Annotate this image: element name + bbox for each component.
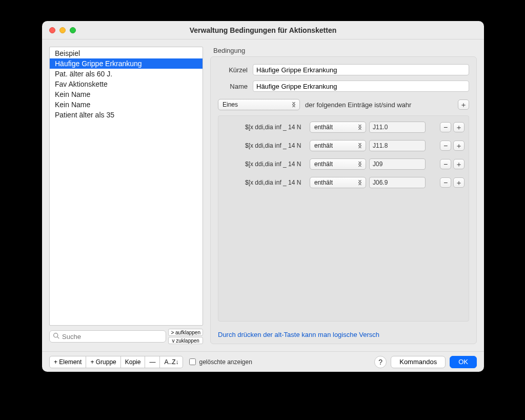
operator-select[interactable]: enthält: [310, 158, 366, 170]
list-item[interactable]: Beispiel: [50, 48, 203, 58]
help-button[interactable]: ?: [374, 356, 387, 368]
hint-text: Durch drücken der alt-Taste kann man log…: [218, 331, 469, 338]
titlebar: Verwaltung Bedingungen für Aktionsketten: [42, 21, 484, 39]
list-item[interactable]: Pat. älter als 60 J.: [50, 69, 203, 79]
list-item[interactable]: Patient älter als 35: [50, 110, 203, 120]
rule-placeholder: $[x ddi,dia inf _ 14 N: [245, 142, 307, 149]
rules-area: $[x ddi,dia inf _ 14 Nenthält−＋$[x ddi,d…: [218, 115, 469, 322]
sort-button[interactable]: A..Z↓: [160, 356, 183, 368]
right-column: Bedingung Kürzel Name Eines der folgende…: [210, 47, 477, 344]
name-field[interactable]: [253, 81, 469, 92]
name-row: Name: [218, 81, 469, 92]
window-title: Verwaltung Bedingungen für Aktionsketten: [42, 26, 484, 34]
footer: + Element + Gruppe Kopie — A..Z↓ gelösch…: [42, 351, 484, 372]
rule-row: $[x ddi,dia inf _ 14 Nenthält−＋: [218, 136, 469, 155]
list-item[interactable]: Häufige Grippe Erkrankung: [50, 58, 203, 69]
quantifier-value: Eines: [223, 101, 238, 108]
add-rule-button[interactable]: ＋: [453, 177, 465, 188]
commands-button[interactable]: Kommandos: [391, 356, 446, 368]
collapse-all-button[interactable]: v zuklappen: [168, 337, 203, 344]
show-deleted-checkbox[interactable]: gelöschte anzeigen: [189, 358, 252, 366]
remove-button[interactable]: —: [145, 356, 160, 368]
window-body: BeispielHäufige Grippe ErkrankungPat. äl…: [42, 39, 484, 351]
rule-row: $[x ddi,dia inf _ 14 Nenthält−＋: [218, 155, 469, 173]
rule-value-field[interactable]: [369, 140, 426, 151]
remove-rule-button[interactable]: −: [440, 141, 451, 151]
list-item[interactable]: Kein Name: [50, 99, 203, 110]
condition-list[interactable]: BeispielHäufige Grippe ErkrankungPat. äl…: [49, 47, 203, 326]
add-rule-button[interactable]: ＋: [453, 159, 465, 169]
group-label: Bedingung: [213, 47, 477, 54]
add-rule-button[interactable]: ＋: [453, 122, 465, 132]
rule-placeholder: $[x ddi,dia inf _ 14 N: [245, 179, 307, 186]
toolbar-segment: + Element + Gruppe Kopie — A..Z↓: [49, 356, 183, 368]
kuerzel-label: Kürzel: [218, 66, 248, 74]
window: Verwaltung Bedingungen für Aktionsketten…: [42, 21, 484, 372]
kuerzel-row: Kürzel: [218, 64, 469, 75]
left-column: BeispielHäufige Grippe ErkrankungPat. äl…: [49, 47, 203, 344]
operator-select[interactable]: enthält: [310, 122, 366, 133]
add-rule-button[interactable]: ＋: [453, 141, 465, 151]
operator-select[interactable]: enthält: [310, 140, 366, 151]
add-group-button[interactable]: + Gruppe: [86, 356, 120, 368]
ok-button[interactable]: OK: [450, 356, 477, 368]
search-box[interactable]: [49, 330, 166, 343]
kuerzel-field[interactable]: [253, 64, 469, 75]
list-item[interactable]: Fav Aktionskette: [50, 79, 203, 89]
search-row: > aufklappen v zuklappen: [49, 329, 203, 344]
quantifier-row: Eines der folgenden Einträge ist/sind wa…: [218, 99, 469, 110]
rule-placeholder: $[x ddi,dia inf _ 14 N: [245, 124, 307, 131]
quantifier-text: der folgenden Einträge ist/sind wahr: [305, 101, 453, 109]
show-deleted-label: gelöschte anzeigen: [199, 358, 252, 366]
search-icon: [53, 332, 59, 341]
rule-row: $[x ddi,dia inf _ 14 Nenthält−＋: [218, 173, 469, 192]
remove-rule-button[interactable]: −: [440, 177, 451, 188]
search-input[interactable]: [62, 333, 163, 341]
show-deleted-input[interactable]: [189, 358, 196, 365]
rule-row: $[x ddi,dia inf _ 14 Nenthält−＋: [218, 118, 469, 136]
rule-value-field[interactable]: [369, 158, 426, 170]
rule-value-field[interactable]: [369, 122, 426, 133]
condition-group: Kürzel Name Eines der folgenden Einträge…: [210, 56, 477, 344]
operator-select[interactable]: enthält: [310, 177, 366, 188]
fold-buttons: > aufklappen v zuklappen: [168, 329, 203, 344]
add-rule-button[interactable]: ＋: [458, 99, 469, 110]
svg-line-1: [57, 337, 59, 338]
remove-rule-button[interactable]: −: [440, 122, 451, 132]
add-element-button[interactable]: + Element: [49, 356, 86, 368]
quantifier-select[interactable]: Eines: [218, 99, 300, 110]
remove-rule-button[interactable]: −: [440, 159, 451, 169]
expand-all-button[interactable]: > aufklappen: [168, 329, 203, 336]
list-item[interactable]: Kein Name: [50, 89, 203, 99]
rule-placeholder: $[x ddi,dia inf _ 14 N: [245, 161, 307, 168]
svg-point-0: [54, 333, 58, 337]
rule-value-field[interactable]: [369, 177, 426, 188]
name-label: Name: [218, 83, 248, 90]
copy-button[interactable]: Kopie: [121, 356, 146, 368]
